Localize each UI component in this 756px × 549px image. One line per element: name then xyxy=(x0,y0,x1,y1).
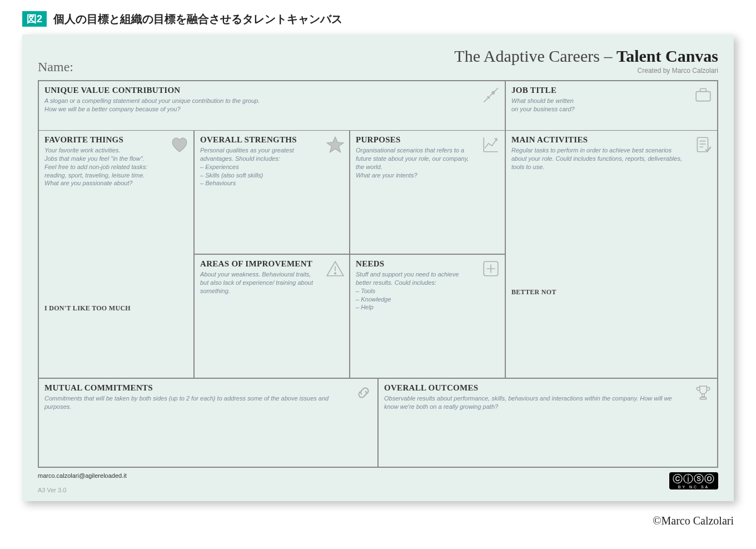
uvc-desc: A slogan or a compelling statement about… xyxy=(44,97,499,113)
row-1: UNIQUE VALUE CONTRIBUTION A slogan or a … xyxy=(38,81,718,131)
trophy-icon xyxy=(694,383,713,402)
row-2: FAVORITE THINGS Your favorite work activ… xyxy=(38,131,718,378)
commit-title: MUTUAL COMMITMENTS xyxy=(44,383,372,393)
title-prefix: The Adaptive Careers – xyxy=(454,47,616,65)
cc-labels: BY NC SA xyxy=(673,485,715,489)
fav-sublabel: I DON'T LIKE TOO MUCH xyxy=(44,304,188,313)
outcomes-title: OVERALL OUTCOMES xyxy=(384,383,712,393)
figure-title: 個人の目標と組織の目標を融合させるタレントキャンバス xyxy=(53,12,342,27)
rocket-icon xyxy=(481,86,500,105)
briefcase-icon xyxy=(694,86,713,105)
strengths-desc: Personal qualities as your greatest adva… xyxy=(200,146,344,187)
cell-overall-outcomes: OVERALL OUTCOMES Observable results abou… xyxy=(378,378,718,467)
cell-main-activities: MAIN ACTIVITIES Regular tasks to perform… xyxy=(505,131,718,378)
canvas-footer: marco.calzolari@agilereloaded.it A3 Ver … xyxy=(38,472,718,493)
uvc-title: UNIQUE VALUE CONTRIBUTION xyxy=(44,86,499,95)
cell-overall-strengths: OVERALL STRENGTHS Personal qualities as … xyxy=(195,131,349,254)
chart-icon xyxy=(481,135,500,154)
title-block: The Adaptive Careers – Talent Canvas Cre… xyxy=(454,47,718,75)
canvas-header: Name: The Adaptive Careers – Talent Canv… xyxy=(38,47,718,75)
fav-desc: Your favorite work activities.Jobs that … xyxy=(44,146,188,187)
medical-cross-icon xyxy=(481,259,500,278)
figure-badge: 図2 xyxy=(22,11,47,27)
activities-sublabel: BETTER NOT xyxy=(511,288,712,296)
cell-favorite-things: FAVORITE THINGS Your favorite work activ… xyxy=(38,131,194,378)
link-icon xyxy=(354,383,373,402)
commit-desc: Commitments that will be taken by both s… xyxy=(44,394,372,411)
col-purposes-needs: PURPOSES Organisational scenarios that r… xyxy=(350,131,505,378)
improve-title: AREAS OF IMPROVEMENT xyxy=(200,259,344,269)
footer-left: marco.calzolari@agilereloaded.it A3 Ver … xyxy=(38,472,127,493)
footer-email: marco.calzolari@agilereloaded.it xyxy=(38,472,127,479)
created-by: Created by Marco Calzolari xyxy=(454,67,718,75)
figure-header: 図2 個人の目標と組織の目標を融合させるタレントキャンバス xyxy=(22,11,734,27)
image-credit: ©Marco Calzolari xyxy=(22,515,734,527)
cell-job-title: JOB TITLE What should be writtenon your … xyxy=(505,81,718,131)
cc-icons: ⓒⓘⓢⓞ xyxy=(673,474,715,484)
svg-rect-1 xyxy=(696,92,710,101)
name-label: Name: xyxy=(38,60,73,75)
warning-icon xyxy=(326,259,345,278)
star-icon xyxy=(326,135,345,154)
outcomes-desc: Observable results about performance, sk… xyxy=(384,394,712,411)
strengths-title: OVERALL STRENGTHS xyxy=(200,135,344,145)
talent-canvas: Name: The Adaptive Careers – Talent Canv… xyxy=(22,34,734,501)
activities-desc: Regular tasks to perform in order to ach… xyxy=(511,146,712,171)
footer-version: A3 Ver 3.0 xyxy=(38,487,127,493)
cell-mutual-commitments: MUTUAL COMMITMENTS Commitments that will… xyxy=(38,378,378,467)
fav-title: FAVORITE THINGS xyxy=(44,135,188,145)
purposes-desc: Organisational scenarios that refers to … xyxy=(356,146,499,179)
activities-title: MAIN ACTIVITIES xyxy=(511,135,712,145)
purposes-title: PURPOSES xyxy=(356,135,499,145)
heart-icon xyxy=(170,135,189,154)
svg-point-3 xyxy=(335,273,336,274)
cc-license-badge: ⓒⓘⓢⓞ BY NC SA xyxy=(669,472,718,489)
checklist-icon xyxy=(694,135,713,154)
canvas-grid: UNIQUE VALUE CONTRIBUTION A slogan or a … xyxy=(38,80,718,468)
canvas-title: The Adaptive Careers – Talent Canvas xyxy=(454,47,718,66)
cell-areas-improvement: AREAS OF IMPROVEMENT About your weakness… xyxy=(195,254,349,378)
row-3: MUTUAL COMMITMENTS Commitments that will… xyxy=(38,378,718,467)
job-desc: What should be writtenon your business c… xyxy=(511,97,712,113)
cell-unique-value: UNIQUE VALUE CONTRIBUTION A slogan or a … xyxy=(38,81,505,131)
title-strong: Talent Canvas xyxy=(616,47,718,65)
cell-purposes: PURPOSES Organisational scenarios that r… xyxy=(350,131,505,254)
needs-title: NEEDS xyxy=(356,259,499,269)
job-title: JOB TITLE xyxy=(511,86,712,95)
improve-desc: About your weakness. Behavioural traits,… xyxy=(200,270,344,295)
col-strengths-improve: OVERALL STRENGTHS Personal qualities as … xyxy=(194,131,350,378)
needs-desc: Stuff and support you need to achieve be… xyxy=(356,270,499,311)
cell-needs: NEEDS Stuff and support you need to achi… xyxy=(350,254,505,378)
